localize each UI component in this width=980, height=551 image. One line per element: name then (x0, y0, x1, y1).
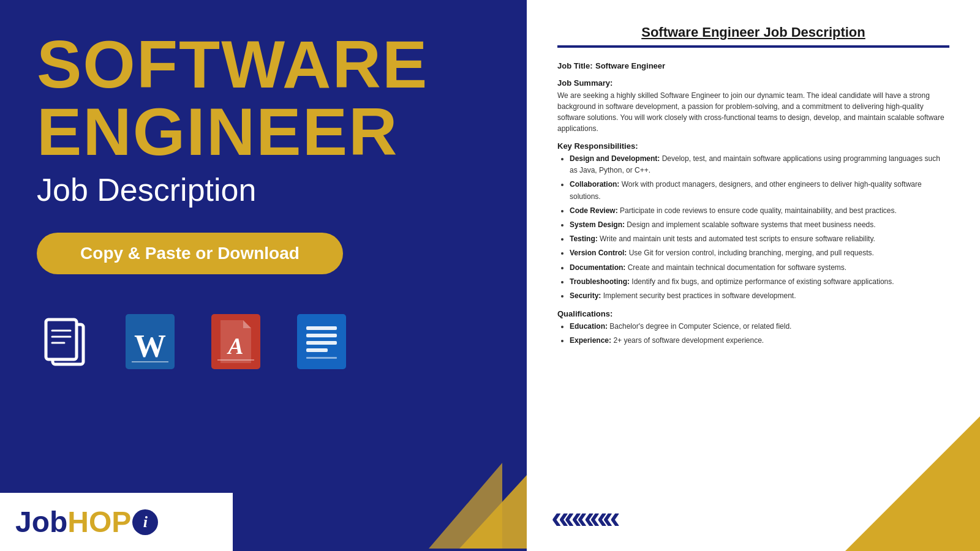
subtitle: Job Description (37, 171, 490, 208)
qualification-item: Experience: 2+ years of software develop… (570, 335, 949, 347)
key-responsibilities-section: Key Responsibilities: Design and Develop… (557, 141, 949, 302)
pdf-icon-box-container[interactable]: A (208, 311, 263, 372)
doc-title: Software Engineer Job Description (557, 24, 949, 40)
left-panel: SOFTWARE ENGINEER Job Description Copy &… (0, 0, 527, 551)
logo-hop: HOP (67, 505, 131, 539)
word-icon-box-container[interactable]: W (123, 311, 178, 372)
svg-rect-1 (46, 320, 77, 359)
responsibility-item: Testing: Write and maintain unit tests a… (570, 233, 949, 245)
svg-text:A: A (227, 333, 243, 359)
responsibility-item: System Design: Design and implement scal… (570, 219, 949, 231)
logo-info-letter: i (143, 513, 148, 531)
svg-rect-16 (306, 357, 337, 359)
gold-triangle-right (845, 416, 980, 551)
gold-triangle-decoration (392, 426, 527, 551)
qualifications-label: Qualifications: (557, 309, 949, 318)
copy-icon-box[interactable] (37, 311, 92, 372)
logo-job: Job (15, 505, 67, 539)
qualifications-list: Education: Bachelor's degree in Computer… (570, 321, 949, 347)
key-responsibilities-label: Key Responsibilities: (557, 141, 949, 151)
responsibilities-list: Design and Development: Develop, test, a… (570, 153, 949, 302)
logo-area: Job HOP i (0, 493, 233, 551)
word-icon: W (126, 314, 175, 369)
responsibility-item: Security: Implement security best practi… (570, 290, 949, 302)
svg-rect-12 (306, 326, 337, 330)
cta-button[interactable]: Copy & Paste or Download (37, 233, 343, 274)
responsibility-item: Code Review: Participate in code reviews… (570, 205, 949, 217)
qualifications-section: Qualifications: Education: Bachelor's de… (557, 309, 949, 347)
gdoc-icon (297, 314, 346, 369)
chevron-symbol: ««««« (551, 499, 616, 536)
job-summary-section: Job Summary: We are seeking a highly ski… (557, 78, 949, 134)
svg-rect-13 (306, 334, 337, 337)
pdf-icon: A (211, 314, 260, 369)
title-software: SOFTWARE (37, 31, 490, 98)
gdoc-icon-box-container[interactable] (294, 311, 349, 372)
responsibility-item: Documentation: Create and maintain techn… (570, 262, 949, 274)
chevron-area: ««««« (551, 499, 616, 536)
right-panel: Software Engineer Job Description Job Ti… (527, 0, 980, 551)
doc-divider (557, 45, 949, 48)
title-engineer: ENGINEER (37, 98, 490, 165)
job-title-section: Job Title: Software Engineer (557, 60, 949, 71)
copy-icon (42, 316, 88, 368)
svg-rect-14 (306, 341, 337, 345)
responsibility-item: Troubleshooting: Identify and fix bugs, … (570, 276, 949, 288)
job-summary-label: Job Summary: (557, 78, 949, 88)
svg-marker-18 (429, 463, 502, 549)
job-summary-text: We are seeking a highly skilled Software… (557, 90, 949, 134)
responsibility-item: Version Control: Use Git for version con… (570, 247, 949, 259)
job-title-label: Job Title: (557, 61, 593, 70)
icons-row: W A (37, 311, 490, 372)
svg-text:W: W (134, 329, 166, 364)
responsibility-item: Design and Development: Develop, test, a… (570, 153, 949, 176)
svg-rect-15 (306, 348, 328, 352)
logo-info-circle: i (132, 509, 158, 535)
qualification-item: Education: Bachelor's degree in Computer… (570, 321, 949, 332)
responsibility-item: Collaboration: Work with product manager… (570, 179, 949, 202)
job-title-value: Software Engineer (595, 61, 665, 70)
